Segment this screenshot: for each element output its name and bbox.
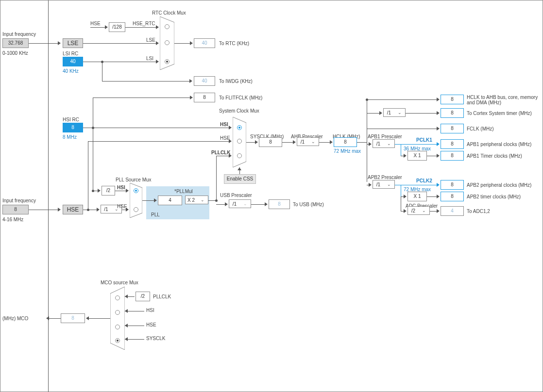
- pll-src-mux[interactable]: [130, 183, 142, 218]
- lsi-label: LSI RC: [63, 51, 78, 56]
- mco-hse-lbl: HSE: [146, 322, 156, 327]
- pll-mul-select[interactable]: X 2⌄: [185, 196, 208, 204]
- sysclk-val[interactable]: 8: [259, 137, 282, 147]
- apb2-title: APB2 Prescaler: [368, 175, 402, 180]
- pll-src-hse[interactable]: [134, 207, 138, 212]
- apb1-periph-val: 8: [441, 139, 464, 149]
- pll-src-hsi[interactable]: [134, 188, 138, 193]
- out-fclk-label: FCLK (MHz): [467, 126, 494, 131]
- apb1-div-select[interactable]: /1⌄: [373, 139, 395, 148]
- sysmux-pll-label: PLLCLK: [211, 150, 230, 155]
- cortex-div-select[interactable]: /1⌄: [383, 108, 406, 117]
- sys-mux-title: System Clock Mux: [219, 108, 259, 114]
- hse-input-freq[interactable]: 8: [2, 205, 29, 214]
- hse-rtc-sig: HSE_RTC: [133, 21, 155, 26]
- mco-hsi-lbl: HSI: [146, 308, 154, 313]
- out-cortex-val: 8: [441, 108, 464, 118]
- hse-rtc-div: /128: [109, 22, 125, 32]
- mco-mux[interactable]: [110, 287, 125, 350]
- rtc-mux-hse[interactable]: [165, 24, 170, 29]
- rtc-out-label: To RTC (KHz): [219, 41, 249, 46]
- apb2-timer-mul: X 1: [407, 192, 427, 201]
- usb-div-select[interactable]: /1⌄: [229, 199, 251, 208]
- hsi-label: HSI RC: [63, 117, 79, 122]
- mco-hse[interactable]: [115, 325, 120, 329]
- mco-div2: /2: [136, 292, 150, 301]
- lse-range: 0-1000 KHz: [2, 50, 28, 56]
- adc-val: 4: [441, 206, 464, 216]
- flit-val: 8: [194, 93, 215, 102]
- input-freq-label: Input frequency: [2, 32, 36, 37]
- pll-input-val[interactable]: 4: [158, 196, 182, 205]
- sys-mux-hsi[interactable]: [237, 125, 242, 130]
- sys-mux[interactable]: [233, 117, 246, 167]
- divider: [48, 0, 49, 392]
- mco-sysclk-lbl: SYSCLK: [146, 336, 165, 341]
- mco-hsi[interactable]: [115, 310, 120, 315]
- apb1-timer-label: APB1 Timer clocks (MHz): [467, 153, 522, 159]
- out-hclk-ahb: 8: [441, 95, 464, 104]
- rtc-mux-lse[interactable]: [165, 40, 170, 45]
- mco-pll[interactable]: [115, 295, 120, 300]
- apb1-timer-val: 8: [441, 151, 464, 161]
- hse-source[interactable]: HSE: [63, 205, 83, 214]
- adc-div-select[interactable]: /2⌄: [407, 206, 430, 215]
- apb2-timer-label: APB2 timer clocks (MHz): [467, 194, 521, 199]
- iwdg-val: 40: [194, 76, 215, 86]
- lse-source[interactable]: LSE: [63, 38, 83, 48]
- sysmux-hsi-label: HSI: [220, 122, 228, 127]
- apb2-periph-val: 8: [441, 180, 464, 190]
- lse-label: LSE: [146, 37, 155, 43]
- out-fclk-val: 8: [441, 124, 464, 133]
- lsi-label-mux: LSI: [146, 56, 153, 61]
- out-hclk-ahb-label: HCLK to AHB bus, core, memory and DMA (M…: [467, 95, 540, 105]
- mco-label: (MHz) MCO: [2, 316, 28, 321]
- apb2-periph-label: APB2 peripheral clocks (MHz): [467, 182, 531, 188]
- rtc-mux[interactable]: [160, 16, 174, 70]
- apb1-timer-mul: X 1: [407, 151, 427, 161]
- usb-val: 8: [269, 199, 290, 209]
- enable-css-button[interactable]: Enable CSS: [224, 174, 256, 184]
- apb1-pclk: PCLK1: [416, 137, 432, 143]
- mco-pll-lbl: PLLCLK: [153, 294, 171, 299]
- apb2-div-select[interactable]: /1⌄: [373, 180, 395, 189]
- pll-name: PLL: [151, 212, 160, 217]
- rtc-mux-title: RTC Clock Mux: [152, 10, 186, 16]
- adc-label: To ADC1,2: [467, 209, 490, 214]
- mco-title: MCO source Mux: [101, 280, 138, 285]
- iwdg-label: To IWDG (KHz): [219, 79, 253, 84]
- apb2-timer-val: 8: [441, 192, 464, 201]
- mco-sysclk[interactable]: [115, 338, 120, 343]
- pll-hse-label: HSE: [117, 204, 127, 209]
- clock-config-canvas: Input frequency 32.768 0-1000 KHz Input …: [0, 0, 543, 392]
- lsi-value: 40: [63, 57, 83, 66]
- hclk-val[interactable]: 8: [334, 137, 357, 147]
- rtc-out: 40: [194, 38, 215, 48]
- sys-mux-hse[interactable]: [237, 139, 242, 144]
- pll-mul-label: *PLLMul: [174, 189, 193, 194]
- pll-hsi-label: HSI: [117, 185, 125, 190]
- out-cortex-label: To Cortex System timer (MHz): [467, 111, 532, 116]
- ahb-select[interactable]: /1⌄: [297, 137, 319, 146]
- sys-mux-pll[interactable]: [237, 153, 242, 158]
- lsi-note: 40 KHz: [63, 68, 79, 74]
- hsi-note: 8 MHz: [63, 134, 77, 140]
- flit-label: To FLITFCLK (MHz): [219, 95, 262, 100]
- rtc-mux-lsi[interactable]: [165, 59, 170, 64]
- apb2-pclk: PCLK2: [416, 178, 432, 183]
- hse-range: 4-16 MHz: [2, 217, 23, 222]
- pll-div2: /2: [102, 186, 115, 196]
- usb-title: USB Prescaler: [220, 193, 252, 198]
- apb1-title: APB1 Prescaler: [368, 134, 402, 139]
- pll-src-title: PLL Source Mux: [116, 177, 152, 182]
- apb1-periph-label: APB1 peripheral clocks (MHz): [467, 142, 531, 147]
- hclk-note: 72 MHz max: [334, 148, 361, 154]
- hse-rtc-label: HSE: [90, 21, 101, 26]
- sysmux-hse-label: HSE: [220, 135, 230, 141]
- input-freq-label-2: Input frequency: [2, 198, 36, 203]
- mco-out: 8: [61, 313, 85, 323]
- usb-label: To USB (MHz): [293, 202, 324, 207]
- hsi-value: 8: [63, 123, 83, 132]
- lse-input-freq[interactable]: 32.768: [2, 38, 29, 48]
